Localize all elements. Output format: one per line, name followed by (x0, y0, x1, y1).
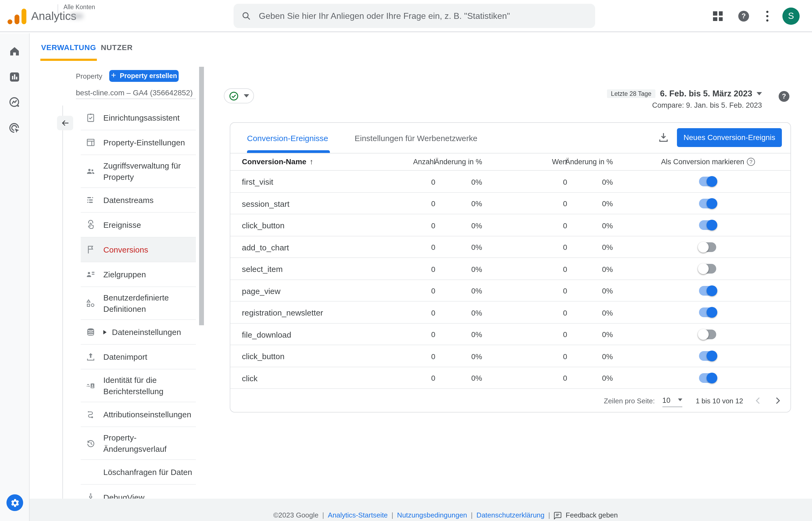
column-anzahl[interactable]: Anzahl (413, 158, 435, 165)
date-help-icon[interactable]: ? (779, 91, 789, 101)
sidebar-menu-item[interactable]: Löschanfragen für Daten (81, 460, 196, 485)
menu-item-icon (86, 438, 96, 448)
mark-as-conversion-toggle[interactable] (699, 286, 716, 295)
help-circle-icon[interactable]: ? (747, 158, 755, 165)
anzahl-cell: 0 (431, 199, 435, 208)
mark-as-conversion-toggle[interactable] (699, 220, 716, 230)
table-row: click_button 0 0% 0 0% (230, 345, 790, 367)
column-mark-as-conversion: Als Conversion markieren? (661, 158, 755, 165)
date-range-picker[interactable]: Letzte 28 Tage 6. Feb. bis 5. März 2023 … (607, 89, 762, 109)
prev-page-icon[interactable] (753, 395, 764, 406)
sidebar-menu-item[interactable]: Datenstreams (81, 188, 196, 213)
menu-item-icon (86, 381, 96, 391)
wert-cell: 0 (563, 177, 567, 186)
conversion-name-cell: select_item (242, 265, 283, 274)
explore-icon[interactable] (8, 96, 21, 109)
menu-item-icon (86, 352, 96, 362)
check-circle-icon (229, 91, 239, 101)
table-body: first_visit 0 0% 0 0% session_start 0 0% (230, 171, 790, 389)
tab-nutzer[interactable]: NUTZER (97, 33, 137, 61)
apps-grid-icon[interactable] (713, 11, 723, 21)
home-icon[interactable] (8, 45, 21, 58)
sidebar-menu-item[interactable]: Property-Änderungsverlauf (81, 427, 196, 460)
create-property-button[interactable]: +Property erstellen (109, 70, 178, 82)
table-row: click_button 0 0% 0 0% (230, 214, 790, 236)
anzahl-cell: 0 (431, 177, 435, 186)
sidebar-menu-item[interactable]: Property-Einstellungen (81, 130, 196, 155)
anzahl-cell: 0 (431, 287, 435, 295)
sidebar-menu-item[interactable]: Einrichtungsassistent (81, 106, 196, 130)
mark-as-conversion-toggle[interactable] (699, 351, 716, 361)
anzahl-cell: 0 (431, 243, 435, 251)
anzahl-cell: 0 (431, 265, 435, 273)
footer-link-home[interactable]: Analytics-Startseite (328, 511, 388, 519)
change1-cell: 0% (471, 374, 482, 382)
accounts-label[interactable]: Alle Konten (64, 4, 95, 10)
conversion-name-cell: first_visit (242, 177, 273, 186)
collapse-sidebar-button[interactable] (57, 116, 73, 130)
help-icon[interactable]: ? (738, 10, 749, 21)
footer-link-privacy[interactable]: Datenschutzerklärung (477, 511, 545, 519)
sidebar-menu-item[interactable]: Zugriffsverwaltung für Property (81, 155, 196, 188)
analytics-logo-icon[interactable] (7, 8, 26, 25)
sidebar-menu-item[interactable]: Zielgruppen (81, 262, 196, 287)
next-page-icon[interactable] (772, 395, 783, 406)
property-name[interactable]: best-cline.com – GA4 (356642852) (76, 88, 193, 97)
sidebar-menu-item[interactable]: Conversions (81, 237, 196, 262)
reports-icon[interactable] (8, 71, 21, 84)
download-icon[interactable] (657, 131, 669, 143)
more-menu-icon[interactable] (766, 11, 768, 22)
nav-rail (0, 33, 30, 521)
tab-ad-network-settings[interactable]: Einstellungen für Werbenetzwerke (355, 122, 477, 153)
table-row: first_visit 0 0% 0 0% (230, 171, 790, 192)
sidebar-menu-item[interactable]: Datenimport (81, 345, 196, 369)
column-wert[interactable]: Wert (552, 158, 567, 165)
column-conversion-name[interactable]: Conversion-Name↑ (242, 157, 313, 165)
sidebar-scrollbar[interactable] (199, 67, 204, 325)
column-change-1[interactable]: Änderung in % (434, 158, 482, 165)
table-row: file_download 0 0% 0 0% (230, 323, 790, 345)
tab-verwaltung[interactable]: VERWALTUNG (40, 33, 97, 61)
wert-cell: 0 (563, 308, 567, 317)
change1-cell: 0% (471, 243, 482, 251)
sidebar-menu-item[interactable]: Dateneinstellungen (81, 320, 196, 345)
sidebar-menu-item[interactable]: Attributionseinstellungen (81, 402, 196, 427)
avatar[interactable]: S (782, 7, 799, 24)
table-row: select_item 0 0% 0 0% (230, 258, 790, 280)
mark-as-conversion-toggle[interactable] (699, 264, 716, 274)
date-range-value: 6. Feb. bis 5. März 2023 (660, 89, 752, 98)
mark-as-conversion-toggle[interactable] (699, 373, 716, 383)
mark-as-conversion-toggle[interactable] (699, 177, 716, 186)
wert-cell: 0 (563, 265, 567, 273)
mark-as-conversion-toggle[interactable] (699, 308, 716, 317)
advertising-icon[interactable] (8, 122, 21, 135)
wert-cell: 0 (563, 374, 567, 382)
status-check-dropdown[interactable] (224, 88, 254, 104)
mark-as-conversion-toggle[interactable] (699, 329, 716, 339)
menu-item-label: Löschanfragen für Daten (103, 466, 192, 478)
menu-item-icon (86, 327, 96, 337)
sidebar-menu-item[interactable]: Ereignisse (81, 213, 196, 237)
admin-gear-button[interactable] (6, 494, 23, 511)
footer-link-terms[interactable]: Nutzungsbedingungen (397, 511, 467, 519)
column-change-2[interactable]: Änderung in % (565, 158, 613, 165)
sidebar-menu-item[interactable]: Identität für die Berichterstellung (81, 369, 196, 402)
new-conversion-event-button[interactable]: Neues Conversion-Ereignis (677, 128, 782, 147)
menu-item-label: Datenstreams (103, 195, 153, 206)
conversions-card: Conversion-Ereignisse Einstellungen für … (230, 122, 791, 412)
menu-item-icon (86, 220, 96, 230)
mark-as-conversion-toggle[interactable] (699, 242, 716, 252)
menu-item-icon (86, 269, 96, 279)
plus-icon: + (111, 71, 116, 80)
sidebar-menu-item[interactable]: Benutzerdefinierte Definitionen (81, 287, 196, 320)
caret-down-icon (678, 399, 682, 401)
feedback-label[interactable]: Feedback geben (566, 511, 618, 519)
table-header: Conversion-Name↑ Anzahl Änderung in % We… (230, 153, 790, 171)
change1-cell: 0% (471, 287, 482, 295)
anzahl-cell: 0 (431, 308, 435, 317)
search-bar[interactable]: Geben Sie hier Ihr Anliegen oder Ihre Fr… (234, 4, 595, 28)
menu-item-label: Benutzerdefinierte Definitionen (103, 292, 193, 315)
tab-conversion-events[interactable]: Conversion-Ereignisse (247, 122, 328, 153)
rows-per-page-select[interactable]: 10 (662, 394, 682, 407)
mark-as-conversion-toggle[interactable] (699, 199, 716, 208)
